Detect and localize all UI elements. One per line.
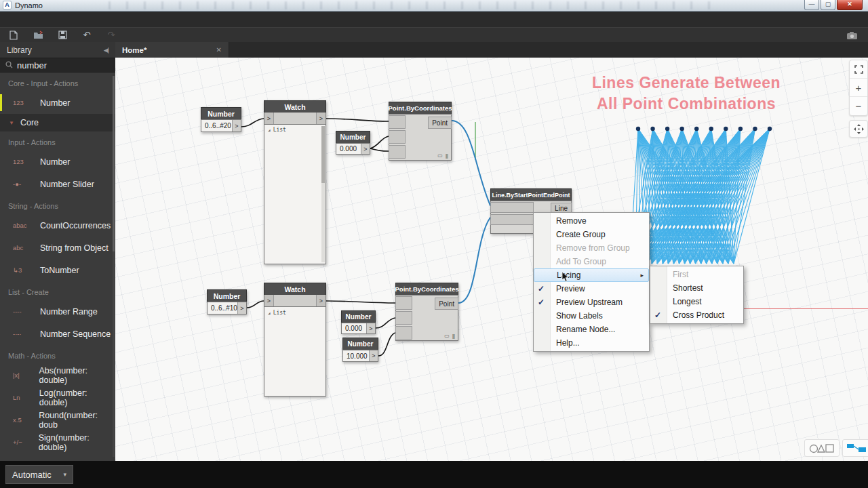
library-search[interactable]: ✕	[0, 58, 115, 73]
context-menu-item[interactable]: Rename Node...	[534, 323, 649, 336]
output-port[interactable]: Point	[435, 298, 458, 310]
library-row[interactable]: abac CountOccurrences	[0, 214, 115, 237]
library-row[interactable]: ---- Number Range	[0, 300, 115, 323]
input-port[interactable]	[389, 115, 406, 129]
menu-item[interactable]	[31, 18, 45, 22]
tab-close-icon[interactable]: ✕	[216, 46, 222, 54]
close-button[interactable]: ✕	[837, 0, 863, 10]
number-value[interactable]: 10.000	[343, 352, 368, 360]
library-row[interactable]: Core - Input - Actions	[0, 73, 115, 92]
undo-icon[interactable]: ↶	[81, 30, 92, 40]
open-file-icon[interactable]	[33, 30, 43, 40]
context-menu-item[interactable]: Show Labels	[534, 309, 649, 323]
menu-item[interactable]	[53, 18, 67, 22]
menu-item[interactable]	[8, 18, 22, 22]
tab-home[interactable]: Home* ✕	[115, 42, 229, 58]
watch-scrollbar[interactable]	[321, 126, 325, 262]
library-row[interactable]: Ln Log(number: double)	[0, 386, 115, 409]
context-menu-item[interactable]: Remove from Group	[534, 241, 649, 255]
input-port[interactable]	[395, 296, 412, 310]
collapse-panel-icon[interactable]: ◀|	[104, 47, 108, 54]
node-number-bottom[interactable]: Number 0..6..#10 >	[207, 289, 247, 314]
zoom-fit-button[interactable]	[850, 60, 867, 79]
library-row[interactable]: -●- Number Slider	[0, 173, 115, 195]
node-title[interactable]: Watch	[264, 100, 326, 113]
context-menu-item[interactable]: Create Group	[534, 228, 649, 241]
input-port[interactable]	[490, 202, 534, 213]
redo-icon[interactable]: ↷	[106, 30, 117, 40]
node-title[interactable]: Point.ByCoordinates	[389, 102, 452, 114]
new-file-icon[interactable]	[8, 30, 19, 40]
number-value[interactable]: 0.000	[342, 325, 362, 332]
input-port[interactable]	[490, 214, 534, 225]
library-row[interactable]: +/− Sign(number: double)	[0, 431, 115, 453]
camera-export-icon[interactable]	[846, 30, 857, 40]
output-port[interactable]: >	[232, 120, 241, 131]
node-title[interactable]: Number	[342, 338, 378, 350]
library-row[interactable]: -·-· Number Sequence	[0, 323, 115, 345]
library-scrollbar[interactable]	[113, 76, 115, 457]
submenu-item[interactable]: First	[650, 268, 743, 281]
output-port[interactable]: >	[366, 323, 375, 333]
input-port[interactable]	[395, 326, 412, 340]
library-row[interactable]: Math - Actions	[0, 345, 115, 364]
library-row[interactable]: 123 Number	[0, 92, 115, 114]
geometry-view-button[interactable]	[804, 439, 840, 457]
lacing-icon[interactable]: |||	[446, 152, 448, 159]
context-menu-item[interactable]: ✓ Preview	[534, 282, 649, 296]
node-watch-bottom[interactable]: Watch > > ◢ List	[264, 283, 326, 396]
node-number-ten[interactable]: Number 10.000 >	[342, 338, 378, 362]
input-port[interactable]: >	[264, 295, 274, 306]
node-watch-top[interactable]: Watch > > ◢ List	[264, 100, 326, 264]
expander-icon[interactable]: ◢	[268, 309, 271, 317]
input-port[interactable]	[395, 311, 412, 325]
library-row[interactable]: String - Actions	[0, 195, 115, 214]
context-menu-item[interactable]: ✓ Preview Upstream	[534, 296, 649, 309]
number-value[interactable]: 0..6..#10	[208, 304, 237, 312]
library-row[interactable]: abc String from Object	[0, 237, 115, 259]
node-title[interactable]: Watch	[264, 283, 326, 295]
menu-item[interactable]	[120, 18, 134, 22]
node-title[interactable]: Number	[336, 131, 370, 143]
submenu-item[interactable]: Shortest	[650, 281, 743, 295]
pan-button[interactable]	[849, 120, 868, 138]
minimize-button[interactable]: —	[804, 0, 819, 10]
input-port[interactable]	[389, 145, 406, 159]
node-view-button[interactable]	[842, 439, 868, 457]
library-row[interactable]: 123 Number	[0, 150, 115, 173]
output-port[interactable]: >	[316, 295, 326, 306]
maximize-button[interactable]: ▢	[821, 0, 835, 10]
node-title[interactable]: Number	[201, 107, 241, 119]
node-number-top[interactable]: Number 0..6..#20 >	[201, 107, 241, 132]
input-port[interactable]: >	[264, 113, 274, 124]
lacing-icon[interactable]: |||	[452, 333, 454, 339]
zoom-out-button[interactable]: −	[850, 97, 867, 115]
context-menu-item[interactable]: Add To Group	[534, 255, 649, 268]
node-title[interactable]: Number	[341, 310, 376, 323]
output-port[interactable]: >	[237, 302, 246, 314]
library-row[interactable]: ▼ Core	[0, 114, 115, 131]
library-row[interactable]: |x| Abs(number: double)	[0, 364, 115, 386]
node-title[interactable]: Number	[207, 289, 247, 302]
context-menu-item[interactable]: Remove	[534, 214, 649, 228]
library-row[interactable]: x.5 Round(number: doub	[0, 409, 115, 431]
node-title[interactable]: Point.ByCoordinates	[395, 283, 458, 295]
zoom-in-button[interactable]: +	[850, 79, 867, 97]
context-menu-item[interactable]: Help...	[534, 336, 649, 350]
node-number-zero-top[interactable]: Number 0.000 >	[336, 131, 370, 155]
number-value[interactable]: 0.000	[336, 145, 357, 152]
output-port[interactable]: >	[316, 113, 326, 124]
node-number-zero-bottom[interactable]: Number 0.000 >	[341, 310, 376, 334]
context-menu-item[interactable]: Lacing ▸	[534, 268, 649, 282]
number-value[interactable]: 0..6..#20	[201, 122, 231, 129]
library-row[interactable]: ↳3 ToNumber	[0, 259, 115, 281]
node-point-bottom[interactable]: Point.ByCoordinates Point ▭ |||	[395, 283, 458, 341]
library-row[interactable]: List - Create	[0, 281, 115, 300]
menu-item[interactable]	[98, 18, 112, 22]
preview-toggle-icon[interactable]: ▭	[444, 333, 449, 339]
save-icon[interactable]	[57, 30, 68, 40]
run-mode-dropdown[interactable]: Automatic ▾	[5, 465, 73, 484]
library-row[interactable]: Input - Actions	[0, 131, 115, 150]
node-title[interactable]: Line.ByStartPointEndPoint	[490, 188, 572, 201]
preview-toggle-icon[interactable]: ▭	[437, 152, 442, 159]
